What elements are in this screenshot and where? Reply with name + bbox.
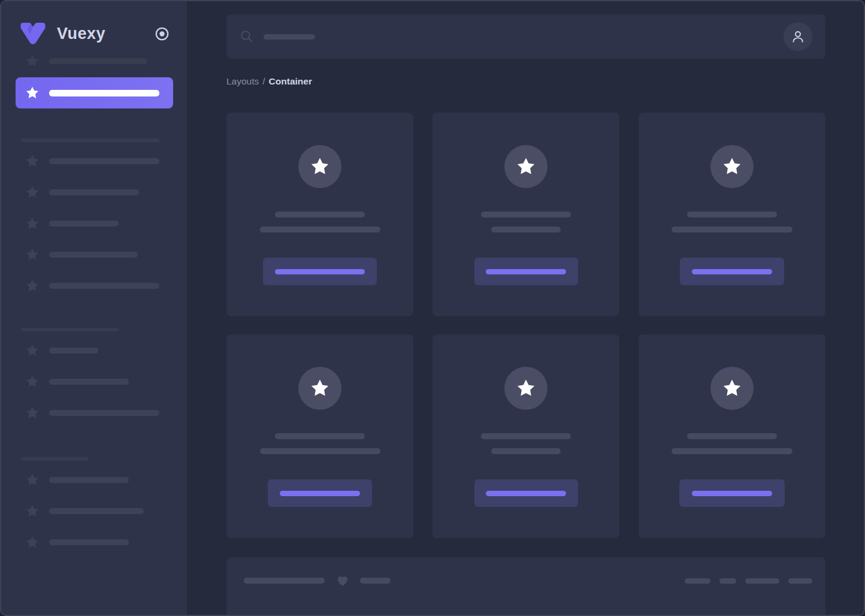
skeleton-bar bbox=[49, 252, 138, 258]
card-grid bbox=[226, 113, 825, 538]
skeleton-bar bbox=[49, 189, 139, 195]
skeleton-bar bbox=[49, 158, 159, 164]
star-icon bbox=[516, 378, 536, 398]
card-title-bar bbox=[275, 212, 365, 218]
card bbox=[226, 113, 413, 316]
star-icon bbox=[25, 473, 40, 487]
sidebar-item[interactable] bbox=[1, 154, 187, 168]
star-icon bbox=[516, 156, 536, 177]
card-button[interactable] bbox=[268, 479, 372, 507]
sidebar-item-active[interactable] bbox=[16, 77, 173, 108]
skeleton-bar bbox=[49, 410, 159, 416]
card-avatar bbox=[504, 145, 548, 188]
sidebar-item[interactable] bbox=[1, 247, 187, 262]
section-divider bbox=[21, 457, 88, 461]
sidebar-item[interactable] bbox=[1, 54, 187, 68]
star-icon bbox=[25, 535, 40, 549]
skeleton-bar bbox=[49, 58, 147, 64]
star-icon bbox=[722, 156, 742, 177]
star-icon bbox=[25, 86, 40, 100]
vuexy-logo-icon bbox=[19, 22, 47, 46]
section-divider bbox=[21, 328, 119, 331]
header-search-bar bbox=[226, 14, 825, 59]
sidebar-menu bbox=[1, 54, 187, 549]
breadcrumb: Layouts/Container bbox=[226, 76, 825, 87]
star-icon bbox=[25, 247, 40, 262]
card-avatar bbox=[298, 367, 341, 410]
sidebar-section bbox=[1, 343, 187, 420]
card-title-bar bbox=[687, 212, 777, 218]
person-icon bbox=[790, 29, 806, 44]
brand-title: Vuexy bbox=[57, 25, 105, 43]
button-label-bar bbox=[275, 269, 365, 274]
section-divider bbox=[21, 138, 159, 142]
breadcrumb-separator: / bbox=[262, 76, 265, 86]
button-label-bar bbox=[280, 491, 360, 496]
star-icon bbox=[25, 185, 40, 200]
star-icon bbox=[25, 406, 40, 420]
card-subtitle-bar bbox=[672, 448, 793, 454]
star-icon bbox=[310, 378, 330, 398]
radio-circle-icon[interactable] bbox=[155, 26, 170, 41]
heart-icon[interactable] bbox=[335, 573, 350, 588]
skeleton-bar bbox=[49, 221, 119, 227]
skeleton-bar bbox=[49, 348, 98, 354]
star-icon bbox=[25, 504, 40, 518]
card-subtitle-bar bbox=[491, 448, 561, 454]
sidebar-item[interactable] bbox=[1, 185, 187, 200]
sidebar-section bbox=[1, 154, 187, 293]
user-avatar-button[interactable] bbox=[784, 22, 812, 51]
card bbox=[639, 334, 825, 538]
sidebar-item[interactable] bbox=[1, 375, 187, 389]
breadcrumb-link-layouts[interactable]: Layouts bbox=[226, 76, 259, 86]
button-label-bar bbox=[692, 269, 772, 274]
sidebar-item[interactable] bbox=[1, 216, 187, 231]
skeleton-bar bbox=[788, 578, 812, 584]
sidebar-header: Vuexy bbox=[1, 1, 187, 46]
search-placeholder-bar bbox=[264, 34, 315, 40]
sidebar-item[interactable] bbox=[1, 504, 187, 518]
star-icon bbox=[25, 375, 40, 389]
search-input[interactable] bbox=[240, 14, 784, 59]
sidebar-item[interactable] bbox=[1, 473, 187, 487]
card-title-bar bbox=[481, 212, 571, 218]
skeleton-bar bbox=[719, 578, 736, 584]
card-button[interactable] bbox=[680, 258, 784, 285]
skeleton-bar bbox=[360, 578, 391, 584]
card-avatar bbox=[710, 145, 754, 188]
star-icon bbox=[722, 378, 742, 398]
card-button[interactable] bbox=[263, 258, 377, 285]
skeleton-bar bbox=[49, 283, 159, 289]
main-area: Layouts/Container bbox=[187, 1, 864, 615]
card-subtitle-bar bbox=[260, 227, 380, 232]
card-subtitle-bar bbox=[672, 227, 793, 232]
card bbox=[432, 113, 619, 316]
sidebar-item[interactable] bbox=[1, 279, 187, 293]
sidebar: Vuexy bbox=[1, 1, 187, 615]
card-avatar bbox=[298, 145, 341, 188]
card-button[interactable] bbox=[679, 479, 785, 507]
button-label-bar bbox=[486, 491, 566, 496]
app-window: Vuexy bbox=[0, 0, 865, 616]
skeleton-bar bbox=[49, 90, 159, 96]
skeleton-bar bbox=[745, 578, 779, 584]
star-icon bbox=[310, 156, 330, 177]
card-button[interactable] bbox=[474, 479, 578, 507]
card bbox=[432, 334, 619, 538]
sidebar-item[interactable] bbox=[1, 406, 187, 420]
star-icon bbox=[25, 279, 40, 293]
skeleton-bar bbox=[49, 477, 129, 483]
card bbox=[226, 334, 413, 538]
sidebar-item[interactable] bbox=[1, 535, 187, 549]
star-icon bbox=[25, 216, 40, 231]
star-icon bbox=[25, 154, 40, 168]
card-avatar bbox=[504, 367, 548, 410]
button-label-bar bbox=[692, 491, 772, 496]
card-avatar bbox=[710, 367, 754, 410]
footer-meta-bars bbox=[685, 578, 812, 584]
card-title-bar bbox=[687, 433, 777, 439]
footer-card bbox=[226, 557, 825, 615]
card-button[interactable] bbox=[474, 258, 578, 285]
sidebar-item[interactable] bbox=[1, 343, 187, 358]
skeleton-bar bbox=[49, 379, 129, 385]
